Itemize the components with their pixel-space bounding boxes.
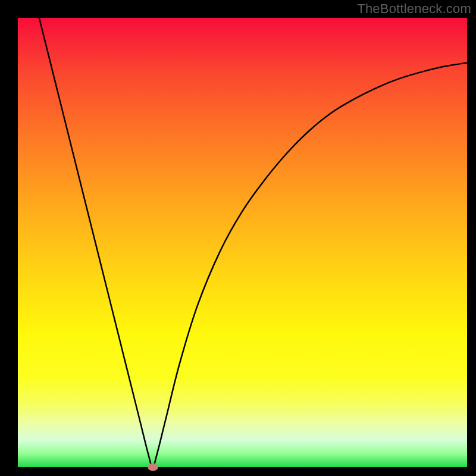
minimum-point-marker: [148, 464, 158, 471]
bottleneck-curve: [18, 18, 467, 467]
watermark-text: TheBottleneck.com: [357, 1, 471, 17]
chart-frame: TheBottleneck.com: [0, 0, 476, 476]
